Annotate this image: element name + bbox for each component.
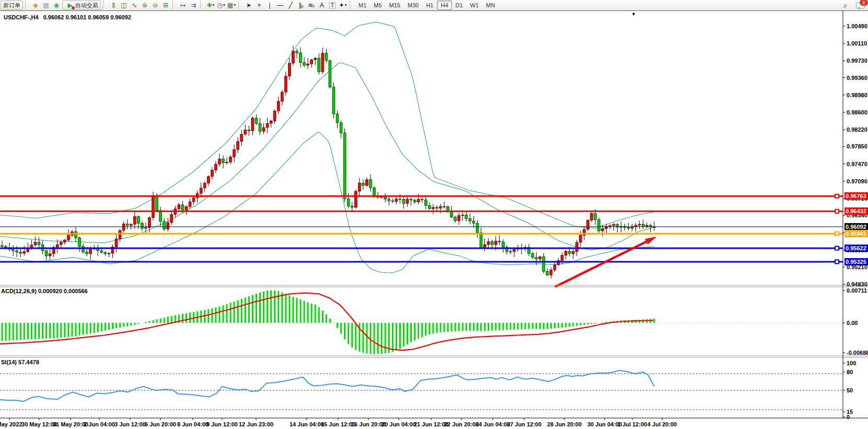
bull-candle: [564, 251, 567, 256]
bull-candle: [207, 177, 210, 183]
fibonacci-icon[interactable]: ≋F: [307, 1, 316, 10]
line-handle[interactable]: [835, 260, 839, 263]
bear-candle: [340, 123, 342, 133]
text-label-icon[interactable]: T: [328, 1, 337, 10]
terminal-window-icon[interactable]: ▤: [41, 1, 51, 10]
bull-candle: [148, 218, 151, 228]
new-order-button[interactable]: 新订单: [1, 1, 23, 10]
bear-candle: [347, 199, 350, 206]
toolbar-separator: [238, 1, 242, 9]
toolbar-separator: [172, 1, 176, 9]
bar-chart-icon[interactable]: |||: [109, 1, 118, 10]
timeframe-button-m5[interactable]: M5: [370, 1, 385, 10]
auto-scroll-icon[interactable]: ↦: [178, 1, 188, 10]
bear-candle: [86, 252, 88, 253]
zoom-out-icon: ⊖: [153, 1, 158, 10]
tile-windows-icon[interactable]: ⊞: [161, 1, 170, 10]
line-handle[interactable]: [835, 194, 839, 198]
arrows-icon[interactable]: ✦▾: [338, 1, 348, 10]
chart-canvas[interactable]: [0, 11, 868, 429]
bear-candle: [502, 242, 504, 247]
timeframe-button-h1[interactable]: H1: [422, 1, 437, 10]
trend-arrow-head: [645, 237, 656, 245]
signals-icon[interactable]: ◉: [52, 1, 61, 10]
rsi-line: [0, 370, 654, 401]
search-icon[interactable]: ⌕: [841, 1, 850, 10]
bear-candle: [75, 232, 77, 238]
bull-candle: [553, 265, 556, 270]
timeframe-button-h4[interactable]: H4: [437, 1, 452, 10]
bull-candle: [288, 63, 291, 76]
bull-candle: [461, 215, 464, 215]
bull-candle: [483, 245, 486, 247]
time-axis-label: 24 Jun 04:00: [476, 421, 510, 427]
bear-candle: [12, 249, 15, 251]
zoom-in-icon[interactable]: ⊕: [140, 1, 149, 10]
timeframe-button-m30[interactable]: M30: [404, 1, 422, 10]
line-chart-icon[interactable]: ∿: [130, 1, 139, 10]
timeframe-button-m15[interactable]: M15: [386, 1, 404, 10]
bear-candle: [491, 241, 493, 245]
chart-shift-marker[interactable]: ▼: [631, 11, 636, 17]
bear-candle: [100, 251, 103, 252]
bull-candle: [575, 242, 578, 252]
price-level-badge: 0.95325: [844, 258, 868, 265]
bear-candle: [498, 241, 501, 242]
horizontal-line-icon[interactable]: —: [275, 1, 285, 10]
price-axis-label: 0.98980: [847, 92, 867, 98]
bear-candle: [137, 216, 140, 223]
line-handle[interactable]: [835, 246, 839, 250]
cursor-icon[interactable]: ➤: [244, 1, 253, 10]
rsi-axis-label: 0: [847, 414, 850, 420]
add-indicator-icon[interactable]: ✚▾: [206, 1, 215, 10]
template-icon-dropdown[interactable]: ▾: [234, 1, 236, 10]
gold-tag-icon[interactable]: ◆: [31, 1, 40, 10]
bear-candle: [303, 63, 306, 65]
timeframe-button-mn[interactable]: MN: [482, 1, 499, 10]
arrows-icon-dropdown[interactable]: ▾: [345, 1, 347, 10]
chart-shift-icon: ⇉: [191, 1, 196, 10]
toolbar: 新订单◆▤◉▶自动交易|||◫∿⊕⊖⊞↦⇉✚▾◷▾▦▾➤+|—╱∥E≋FAT✦▾…: [0, 0, 868, 11]
vertical-line-icon[interactable]: |: [265, 1, 274, 10]
timeframe-button-d1[interactable]: D1: [452, 1, 467, 10]
crosshair-icon: +: [257, 1, 261, 10]
bear-candle: [141, 223, 143, 228]
bull-candle: [612, 225, 615, 226]
trendline-icon[interactable]: ╱: [286, 1, 295, 10]
chat-icon[interactable]: 1: [856, 2, 865, 9]
template-icon[interactable]: ▦▾: [227, 1, 236, 10]
period-clock-icon[interactable]: ◷▾: [216, 1, 226, 10]
bull-candle: [34, 242, 37, 245]
zoom-out-icon[interactable]: ⊖: [151, 1, 160, 10]
equidistant-channel-icon[interactable]: ∥E: [296, 1, 306, 10]
bear-candle: [443, 206, 446, 207]
bear-candle: [156, 195, 158, 211]
bear-candle: [299, 53, 302, 63]
trend-arrow-line[interactable]: [555, 240, 650, 287]
time-axis-label: May 2022: [0, 421, 22, 427]
price-axis-label: 0.97470: [847, 161, 867, 167]
bear-candle: [19, 252, 22, 253]
bull-candle: [119, 230, 121, 239]
bar-chart-icon: |||: [112, 1, 115, 10]
bull-candle: [513, 249, 515, 251]
bear-candle: [325, 53, 328, 61]
autotrading-button[interactable]: ▶自动交易: [62, 1, 101, 10]
add-indicator-icon-dropdown[interactable]: ▾: [213, 1, 215, 10]
crosshair-icon[interactable]: +: [254, 1, 264, 10]
period-clock-icon-dropdown[interactable]: ▾: [223, 1, 225, 10]
bull-candle: [292, 51, 294, 63]
chart-shift-icon[interactable]: ⇉: [189, 1, 198, 10]
timeframe-button-m1[interactable]: M1: [355, 1, 370, 10]
line-handle[interactable]: [835, 210, 839, 213]
bull-candle: [354, 191, 357, 207]
text-icon[interactable]: A: [317, 1, 327, 10]
candlestick-chart-icon[interactable]: ◫: [119, 1, 129, 10]
bear-candle: [329, 61, 331, 87]
chart-ohlc-values: 0.96062 0.96101 0.96059 0.96092: [43, 14, 131, 20]
add-indicator-icon: ✚: [206, 1, 212, 10]
timeframe-button-w1[interactable]: W1: [467, 1, 483, 10]
bear-candle: [627, 227, 630, 228]
line-handle[interactable]: [835, 232, 839, 236]
bull-candle: [561, 256, 563, 261]
